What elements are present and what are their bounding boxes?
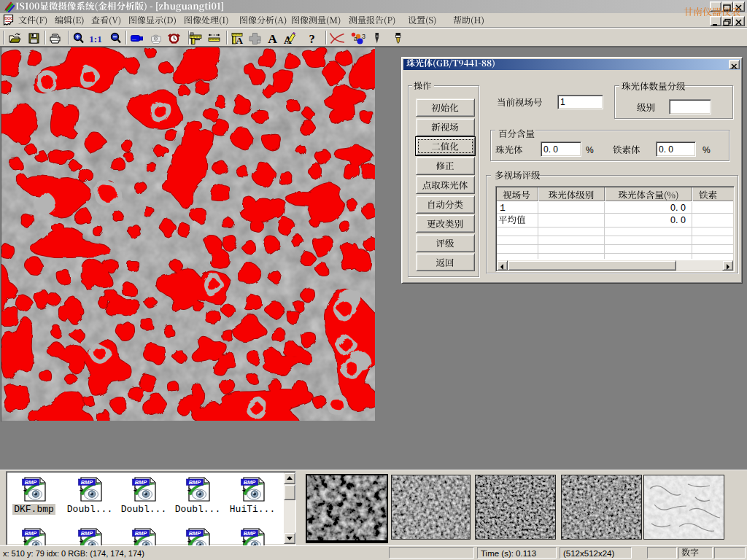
svg-text:A: A	[268, 32, 277, 44]
svg-text:a: a	[354, 35, 357, 42]
svg-text:DOC: DOC	[4, 16, 13, 20]
svg-text:3: 3	[362, 33, 365, 40]
svg-text:?: ?	[309, 32, 314, 44]
svg-text:1:1: 1:1	[89, 34, 101, 44]
svg-text:A: A	[236, 35, 243, 44]
